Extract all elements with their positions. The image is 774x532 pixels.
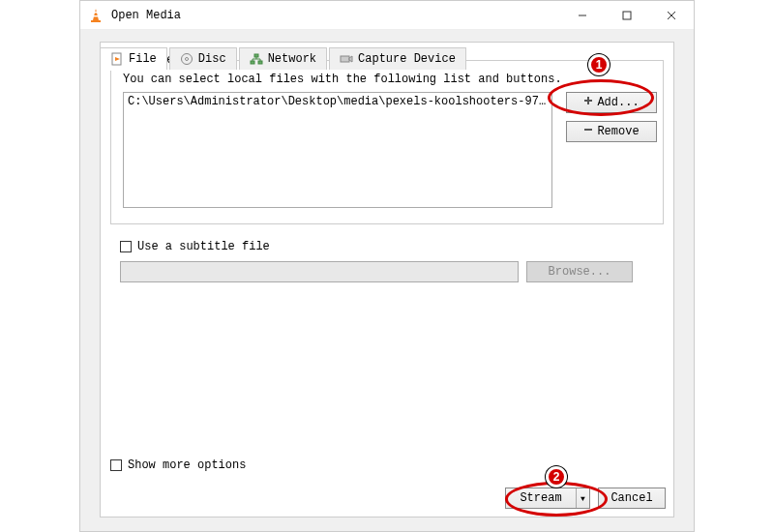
checkbox-icon[interactable] [110, 459, 122, 471]
disc-icon [180, 52, 194, 66]
close-button[interactable] [649, 1, 694, 30]
subtitle-checkbox-row[interactable]: Use a subtitle file [120, 240, 270, 253]
cancel-button-label: Cancel [610, 491, 652, 505]
remove-button[interactable]: Remove [566, 121, 657, 142]
maximize-button[interactable] [605, 1, 649, 30]
network-icon [250, 52, 263, 66]
tab-capture-device[interactable]: Capture Device [329, 47, 466, 70]
annotation-badge-2: 2 [546, 466, 567, 488]
titlebar: Open Media [80, 1, 694, 30]
more-options-label: Show more options [128, 458, 246, 472]
tab-disc[interactable]: Disc [169, 47, 237, 70]
file-selection-group: File Selection You can select local file… [110, 60, 664, 224]
svg-rect-12 [251, 61, 254, 64]
subtitle-path-input [120, 261, 519, 282]
svg-rect-5 [623, 12, 631, 19]
add-button-label: Add... [597, 96, 639, 109]
svg-rect-2 [94, 15, 99, 16]
file-selection-help: You can select local files with the foll… [123, 73, 562, 86]
vlc-cone-icon [88, 8, 104, 23]
browse-button: Browse... [526, 261, 633, 282]
tab-label: Capture Device [358, 52, 456, 66]
subtitle-checkbox-label: Use a subtitle file [137, 240, 270, 253]
window-title: Open Media [111, 9, 560, 22]
add-button[interactable]: Add... [566, 92, 657, 113]
tab-file[interactable]: File [100, 47, 167, 70]
svg-rect-19 [341, 56, 349, 62]
capture-device-icon [340, 52, 353, 66]
tab-label: Network [268, 52, 316, 66]
stream-button[interactable]: Stream ▼ [505, 488, 590, 509]
checkbox-icon[interactable] [120, 241, 132, 252]
open-media-window: Open Media File Disc Network [79, 0, 695, 532]
more-options-checkbox-row[interactable]: Show more options [110, 458, 246, 472]
file-icon [110, 52, 124, 66]
svg-rect-3 [91, 20, 101, 22]
stream-button-label: Stream [506, 491, 576, 505]
svg-rect-1 [94, 12, 98, 13]
stream-dropdown-arrow-icon[interactable]: ▼ [576, 488, 589, 508]
svg-point-11 [185, 58, 188, 61]
tab-network[interactable]: Network [239, 47, 327, 70]
file-row[interactable]: C:\Users\Administrator\Desktop\media\pex… [124, 93, 551, 110]
svg-rect-14 [254, 54, 258, 57]
browse-button-label: Browse... [549, 265, 611, 279]
cancel-button[interactable]: Cancel [598, 488, 666, 509]
tab-strip: File Disc Network Capture Device [100, 47, 694, 70]
minimize-button[interactable] [560, 1, 605, 30]
svg-rect-13 [258, 61, 262, 64]
tab-label: Disc [198, 52, 226, 66]
svg-marker-0 [93, 9, 99, 20]
file-list[interactable]: C:\Users\Administrator\Desktop\media\pex… [123, 92, 552, 208]
plus-icon [583, 96, 593, 109]
minus-icon [583, 125, 593, 138]
tab-label: File [129, 52, 157, 66]
tab-content: File Selection You can select local file… [100, 42, 674, 517]
remove-button-label: Remove [597, 125, 639, 138]
